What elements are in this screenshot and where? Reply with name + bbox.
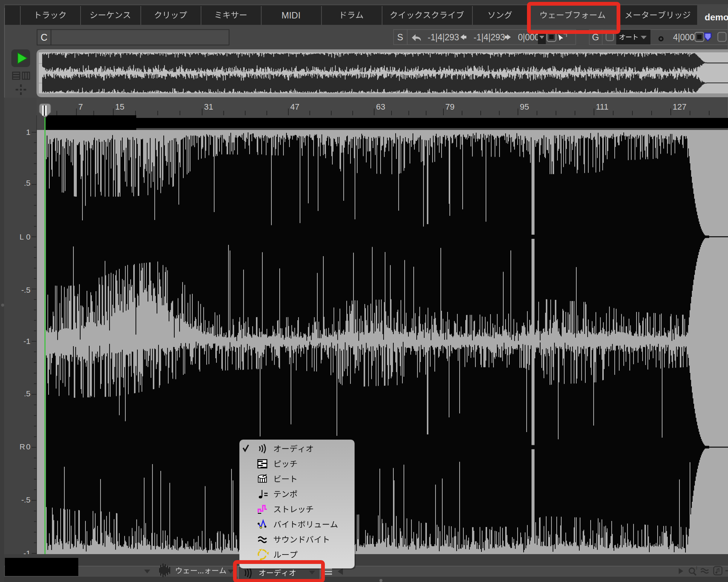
svg-text:95: 95 [520,102,529,112]
svg-text:I: I [696,565,697,571]
svg-text:-1: -1 [23,337,30,345]
svg-text:0: 0 [26,442,30,451]
svg-text:-1|4|293: -1|4|293 [428,32,459,42]
svg-text:127: 127 [673,102,687,112]
svg-text:L: L [20,233,24,241]
svg-text:31: 31 [204,102,213,112]
svg-text:S: S [397,32,403,42]
svg-text:1: 1 [26,128,30,136]
svg-text:47: 47 [290,102,299,112]
svg-text:0: 0 [26,232,30,241]
svg-text:C: C [41,32,47,43]
svg-text:63: 63 [376,102,385,112]
svg-text:-.5: -.5 [21,495,30,504]
svg-text:15: 15 [115,102,124,112]
svg-text:demo: demo [705,12,728,22]
svg-text:.5: .5 [24,179,30,187]
svg-text:7: 7 [78,102,83,112]
svg-text:79: 79 [445,102,454,112]
svg-text:4|000: 4|000 [673,32,694,42]
svg-text:R: R [20,443,25,451]
svg-text:.5: .5 [24,389,30,398]
svg-text:-.5: -.5 [21,286,30,294]
svg-text:111: 111 [596,102,608,112]
svg-text:MIDI: MIDI [282,10,301,20]
svg-text:-1|4|293: -1|4|293 [474,32,505,42]
